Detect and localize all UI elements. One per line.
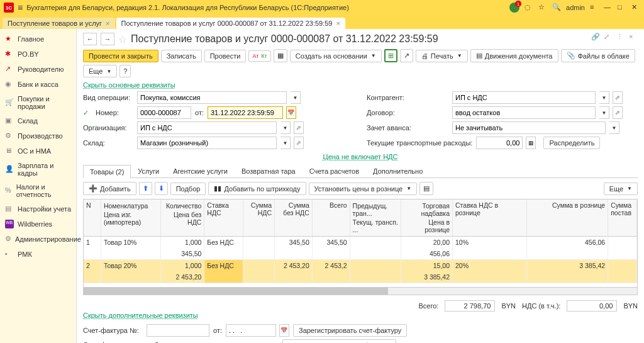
settings-icon[interactable]: ≡ (590, 3, 599, 12)
tab-close-icon[interactable]: × (106, 20, 109, 27)
files-button[interactable]: 📎 Файлы в облаке (561, 49, 635, 62)
register-invoice-button[interactable]: Зарегистрировать счет-фактуру (293, 324, 407, 337)
barcode-button[interactable]: ▮▮ Добавить по штрихкоду (208, 182, 306, 195)
tab-list[interactable]: Поступление товаров и услуг × (3, 18, 115, 29)
sidebar-item-wb[interactable]: WBWildberries (0, 216, 76, 232)
table-row[interactable]: 2 Товар 20% 1,0002 453,20 Без НДС 2 453,… (84, 260, 637, 283)
search-icon[interactable]: 🔍 (552, 3, 561, 12)
tab-close-icon[interactable]: × (336, 20, 340, 27)
date-field[interactable] (208, 106, 283, 119)
sidebar-item-sales[interactable]: 🛒Покупки и продажи (0, 92, 76, 113)
move-up-button[interactable]: ⬆ (139, 182, 152, 195)
warehouse-field[interactable] (137, 137, 277, 149)
table-more-button[interactable]: Еще▼ (604, 183, 638, 195)
close-icon[interactable]: ✕ (631, 3, 640, 12)
subtab-agent[interactable]: Агентские услуги (166, 164, 235, 177)
dt-kt-icon[interactable]: АтКт (248, 50, 270, 62)
more-button[interactable]: Еще▼ (83, 65, 117, 77)
subtab-services[interactable]: Услуги (131, 164, 166, 177)
sidebar-item-assets[interactable]: 🖥ОС и НМА (0, 143, 76, 159)
advance-field[interactable] (452, 121, 606, 134)
menu-icon[interactable]: ≡ (18, 3, 23, 13)
distribute-button[interactable]: Распределить (543, 137, 600, 149)
sidebar: ★Главное ✱PO.BY ↗Руководителю ◉Банк и ка… (0, 29, 77, 343)
sidebar-item-bank[interactable]: ◉Банк и касса (0, 77, 76, 92)
history-icon[interactable]: ◌ (525, 3, 533, 12)
sidebar-item-warehouse[interactable]: ▣Склад (0, 113, 76, 128)
structure-icon[interactable]: ▦ (274, 49, 287, 62)
contract-field[interactable] (452, 106, 596, 119)
back-button[interactable]: ← (83, 33, 97, 45)
register-invoice-deals-button[interactable]: Зарегистрировать счет-фактуру (282, 339, 396, 343)
dropdown-icon[interactable]: ▼ (280, 137, 291, 149)
calendar-icon[interactable]: 📅 (279, 324, 289, 337)
export-icon[interactable]: ↗ (400, 49, 413, 62)
dropdown-icon[interactable]: ▼ (280, 121, 291, 134)
link-icon[interactable]: 🔗 (591, 33, 600, 42)
sidebar-item-rmk[interactable]: ▪РМК (0, 247, 76, 262)
sidebar-item-hr[interactable]: 👤Зарплата и кадры (0, 159, 76, 180)
calc-icon[interactable]: ▦ (526, 137, 536, 149)
forward-button[interactable]: → (101, 33, 114, 45)
sidebar-item-admin[interactable]: ⚙Администрирование (0, 232, 76, 247)
dropdown-icon[interactable]: ▼ (291, 91, 301, 104)
dropdown-icon[interactable]: ▼ (599, 91, 609, 104)
hide-main-link[interactable]: Скрыть основные реквизиты (83, 81, 175, 89)
save-button[interactable]: Записать (161, 50, 202, 62)
op-type-field[interactable] (137, 91, 287, 104)
contractor-field[interactable] (452, 91, 596, 104)
price-novat-link[interactable]: Цена не включает НДС (323, 153, 398, 160)
star-icon[interactable]: ☆ (118, 33, 127, 45)
hide-extra-link[interactable]: Скрыть дополнительные реквизиты (83, 312, 198, 319)
open-icon[interactable]: ⬀ (613, 91, 623, 104)
transport-field[interactable] (476, 137, 523, 149)
create-based-button[interactable]: Создать на основании▼ (290, 50, 382, 62)
add-row-button[interactable]: ➕ Добавить (83, 182, 136, 195)
sidebar-item-manager[interactable]: ↗Руководителю (0, 62, 76, 77)
subtabs: Товары (2) Услуги Агентские услуги Возвр… (83, 164, 638, 178)
horizontal-scrollbar[interactable] (83, 288, 638, 295)
move-down-button[interactable]: ⬇ (155, 182, 168, 195)
set-retail-button[interactable]: Установить цены в рознице▼ (309, 183, 418, 195)
excel-icon[interactable]: ⊞ (384, 49, 397, 62)
open-icon[interactable]: ⬀ (294, 137, 304, 149)
print-button[interactable]: 🖨 Печать▼ (416, 50, 468, 62)
invoice-date-field[interactable] (226, 324, 276, 337)
table-settings-icon[interactable]: ▤ (419, 182, 433, 195)
maximize-icon[interactable]: □ (618, 3, 626, 12)
calendar-icon[interactable]: 📅 (286, 106, 296, 119)
sidebar-item-main[interactable]: ★Главное (0, 31, 76, 47)
dropdown-icon[interactable]: ▼ (599, 106, 609, 119)
number-field[interactable] (137, 106, 191, 119)
invoice-number-field[interactable] (147, 324, 209, 337)
subtab-accounts[interactable]: Счета расчетов (303, 164, 366, 177)
subtab-additional[interactable]: Дополнительно (366, 164, 430, 177)
sidebar-item-production[interactable]: ⚙Производство (0, 128, 76, 143)
org-field[interactable] (137, 121, 277, 134)
movements-button[interactable]: ▤ Движения документа (470, 49, 558, 62)
open-icon[interactable]: ⬀ (613, 106, 623, 119)
sidebar-item-poby[interactable]: ✱PO.BY (0, 47, 76, 62)
subtab-goods[interactable]: Товары (2) (83, 165, 131, 178)
posted-icon: ✓ (83, 109, 92, 117)
post-close-button[interactable]: Провести и закрыть (83, 50, 158, 62)
sidebar-item-tax[interactable]: %Налоги и отчетность (0, 180, 76, 201)
minimize-icon[interactable]: — (604, 3, 613, 12)
favorite-icon[interactable]: ☆ (538, 3, 547, 12)
op-type-label: Вид операции: (83, 94, 133, 101)
open-icon[interactable]: ⬀ (294, 121, 304, 134)
notifications-icon[interactable] (509, 3, 519, 13)
sidebar-item-settings[interactable]: ▤Настройки учета (0, 201, 76, 216)
user-label[interactable]: admin (566, 4, 585, 11)
subtab-return[interactable]: Возвратная тара (235, 164, 303, 177)
app-logo-icon: 1C (4, 3, 14, 13)
tab-document[interactable]: Поступление товаров и услуг 0000-000087 … (116, 18, 345, 29)
dropdown-icon[interactable]: ▼ (609, 121, 619, 134)
post-button[interactable]: Провести (204, 50, 247, 62)
options-icon[interactable]: ⋮ (616, 33, 625, 42)
help-button[interactable]: ? (119, 65, 131, 77)
close-panel-icon[interactable]: × (629, 33, 638, 42)
pick-button[interactable]: Подбор (170, 183, 206, 195)
expand-icon[interactable]: ⤢ (604, 33, 613, 42)
table-row[interactable]: 1 Товар 10% 1,000345,50 Без НДС 345,50 3… (84, 237, 637, 260)
